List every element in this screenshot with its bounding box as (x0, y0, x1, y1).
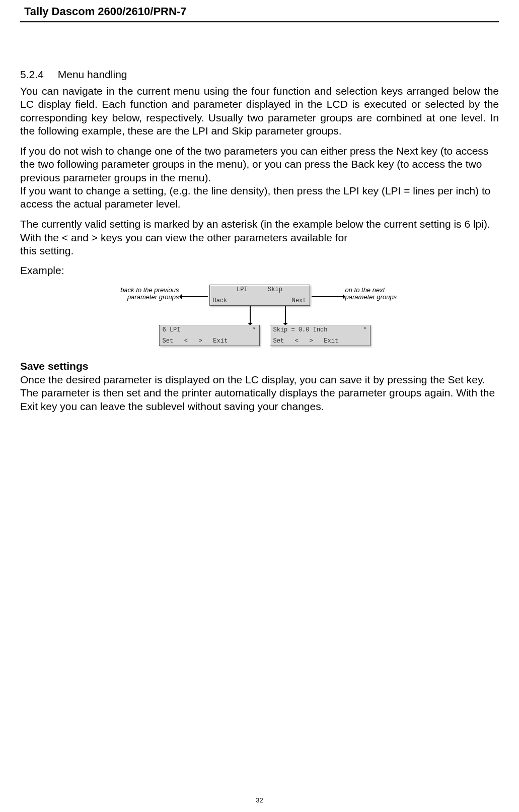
lcd-top-skip: Skip (268, 286, 282, 293)
document-header: Tally Dascom 2600/2610/PRN-7 (20, 5, 499, 23)
lcd-top-next: Next (292, 297, 307, 304)
lcd-skip-value: Skip = 0.0 Inch (273, 326, 328, 333)
section-heading: 5.2.4Menu handling (20, 69, 499, 81)
menu-diagram: back to the previous parameter groups on… (20, 281, 499, 351)
section-number: 5.2.4 (20, 69, 44, 81)
lcd-top-back: Back (213, 297, 228, 304)
arrow-down-left-icon (250, 306, 251, 323)
caption-next: on to the next parameter groups (345, 287, 406, 301)
arrow-left-icon (182, 296, 208, 297)
save-settings-heading: Save settings (20, 360, 499, 372)
section-name: Menu handling (58, 69, 127, 80)
paragraph-2: If you do not wish to change one of the … (20, 145, 499, 184)
arrow-right-icon (312, 296, 343, 297)
paragraph-4b: this setting. (20, 244, 499, 257)
lcd-skip-row2: Set < > Exit (273, 337, 339, 345)
lcd-lpi-row2: Set < > Exit (163, 337, 228, 345)
lcd-skip: Skip = 0.0 Inch * Set < > Exit (270, 325, 370, 346)
lcd-lpi: 6 LPI * Set < > Exit (159, 325, 260, 346)
paragraph-4: The currently valid setting is marked by… (20, 218, 499, 244)
example-label: Example: (20, 264, 499, 277)
arrow-down-right-icon (285, 306, 286, 323)
paragraph-1: You can navigate in the current menu usi… (20, 85, 499, 138)
lcd-top-lpi: LPI (237, 286, 248, 293)
page-number: 32 (0, 796, 519, 804)
caption-back: back to the previous parameter groups (114, 287, 179, 301)
lcd-skip-star: * (363, 326, 366, 333)
lcd-lpi-star: * (252, 326, 256, 333)
lcd-top: LPI Skip Back Next (209, 285, 310, 306)
lcd-lpi-value: 6 LPI (163, 326, 181, 333)
save-settings-body: Once the desired parameter is displayed … (20, 373, 499, 413)
paragraph-3: If you want to change a setting, (e.g. t… (20, 184, 499, 211)
